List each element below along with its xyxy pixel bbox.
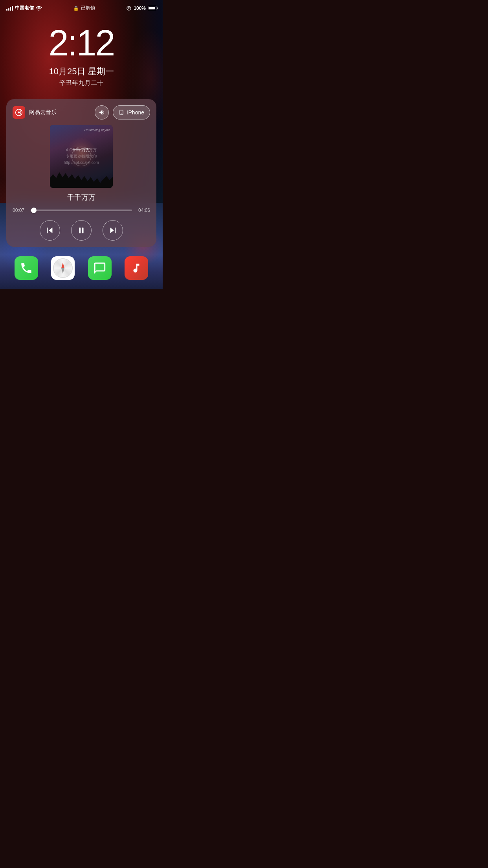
netease-app-icon — [13, 106, 25, 119]
album-art: I'm thinking of you 千千万万 A Cyclia 千千万万 专… — [50, 125, 113, 188]
playback-controls — [13, 220, 150, 241]
lock-icon: 🔒 — [73, 6, 79, 11]
album-art-container: I'm thinking of you 千千万万 A Cyclia 千千万万 专… — [13, 125, 150, 188]
volume-button[interactable] — [95, 105, 109, 120]
svg-marker-8 — [49, 228, 52, 234]
current-time: 00:07 — [13, 208, 27, 213]
total-time: 04:06 — [136, 208, 150, 213]
album-art-top-text: I'm thinking of you — [84, 128, 110, 132]
wifi-icon — [36, 6, 42, 11]
dock-area — [0, 250, 163, 289]
dock-app-safari[interactable] — [51, 256, 75, 280]
clock-section: 2:12 10月25日 星期一 辛丑年九月二十 — [0, 13, 163, 95]
status-left: 中国电信 — [6, 5, 42, 11]
widget-right-controls: iPhone — [95, 105, 150, 120]
progress-thumb[interactable] — [31, 208, 37, 213]
app-name-label: 网易云音乐 — [29, 109, 57, 116]
signal-icon — [6, 6, 13, 11]
svg-marker-12 — [110, 228, 114, 234]
dock-app-music[interactable] — [125, 256, 148, 280]
previous-button[interactable] — [40, 220, 60, 241]
dock-app-phone[interactable] — [15, 256, 38, 280]
music-player-widget: 网易云音乐 iPhone — [6, 99, 156, 247]
svg-rect-3 — [128, 8, 129, 9]
carrier-name: 中国电信 — [15, 5, 34, 11]
dock-app-messages[interactable] — [88, 256, 112, 280]
song-title: 千千万万 — [13, 193, 150, 202]
svg-point-0 — [38, 9, 39, 10]
dock-apps — [8, 256, 155, 280]
device-output-button[interactable]: iPhone — [113, 105, 150, 120]
svg-rect-2 — [128, 7, 130, 9]
svg-point-5 — [18, 112, 20, 114]
widget-header: 网易云音乐 iPhone — [13, 105, 150, 120]
svg-rect-10 — [79, 228, 81, 234]
svg-rect-11 — [82, 228, 84, 234]
clock-lunar: 辛丑年九月二十 — [8, 79, 155, 87]
battery-icon — [148, 6, 156, 10]
clock-time: 2:12 — [8, 25, 155, 61]
clock-date: 10月25日 星期一 — [8, 66, 155, 77]
status-center: 🔒 已解锁 — [73, 5, 95, 11]
app-info: 网易云音乐 — [13, 106, 57, 119]
watermark: A Cyclia 千千万万 专属预览截图水印 http://apt.cdalei… — [64, 147, 99, 166]
progress-bar[interactable] — [31, 210, 132, 211]
netease-logo-icon — [15, 108, 23, 116]
progress-container: 00:07 04:06 — [13, 208, 150, 213]
pause-button[interactable] — [71, 220, 92, 241]
status-bar: 中国电信 🔒 已解锁 100% — [0, 0, 163, 13]
next-button[interactable] — [103, 220, 123, 241]
rotation-lock-icon — [126, 6, 132, 11]
device-label: iPhone — [127, 109, 144, 116]
svg-point-7 — [121, 114, 122, 114]
status-right: 100% — [126, 6, 156, 11]
lock-text: 已解锁 — [81, 5, 95, 11]
battery-percent: 100% — [134, 6, 146, 11]
